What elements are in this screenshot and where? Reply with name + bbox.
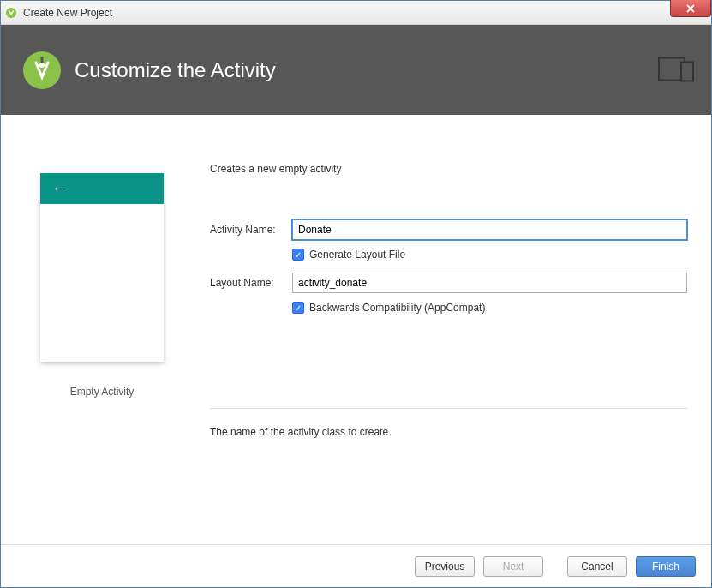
content-area: ← Empty Activity Creates a new empty act… xyxy=(1,115,711,544)
layout-name-label: Layout Name: xyxy=(210,277,292,289)
svg-point-0 xyxy=(6,7,16,17)
generate-layout-checkbox[interactable]: ✓ xyxy=(292,249,304,261)
banner-title: Customize the Activity xyxy=(75,58,276,82)
generate-layout-label: Generate Layout File xyxy=(309,249,405,261)
finish-button[interactable]: Finish xyxy=(636,556,696,577)
next-button[interactable]: Next xyxy=(483,556,543,577)
form-description: Creates a new empty activity xyxy=(210,163,687,175)
device-preview-icon xyxy=(658,55,696,85)
svg-point-2 xyxy=(39,63,45,68)
svg-rect-3 xyxy=(41,57,44,63)
dialog-window: Create New Project Customize the Activit… xyxy=(0,0,712,588)
back-arrow-icon: ← xyxy=(52,181,66,196)
preview-appbar: ← xyxy=(40,173,164,204)
cancel-button[interactable]: Cancel xyxy=(567,556,627,577)
button-bar: Previous Next Cancel Finish xyxy=(1,544,711,587)
close-button[interactable] xyxy=(670,0,711,17)
close-icon xyxy=(686,4,695,13)
activity-preview: ← xyxy=(40,173,164,362)
previous-button[interactable]: Previous xyxy=(415,556,475,577)
preview-label: Empty Activity xyxy=(70,386,135,398)
hint-text: The name of the activity class to create xyxy=(210,426,687,438)
activity-name-label: Activity Name: xyxy=(210,224,292,236)
titlebar: Create New Project xyxy=(1,1,711,25)
form-column: Creates a new empty activity Activity Na… xyxy=(210,132,687,498)
app-icon xyxy=(4,6,18,20)
svg-rect-5 xyxy=(681,62,693,81)
android-studio-logo-icon xyxy=(21,50,63,91)
divider xyxy=(210,408,687,409)
layout-name-input[interactable] xyxy=(292,273,687,293)
preview-column: ← Empty Activity xyxy=(25,132,179,498)
window-title: Create New Project xyxy=(23,7,112,19)
banner: Customize the Activity xyxy=(1,25,711,115)
activity-name-input[interactable] xyxy=(292,219,687,240)
backwards-compat-label: Backwards Compatibility (AppCompat) xyxy=(309,302,485,314)
backwards-compat-checkbox[interactable]: ✓ xyxy=(292,302,304,314)
